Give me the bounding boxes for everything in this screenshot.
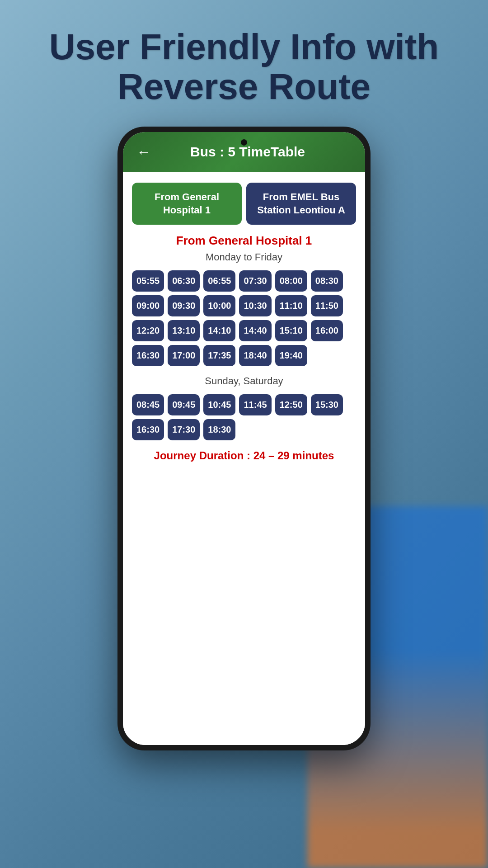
time-badge: 16:00 (311, 320, 343, 341)
time-badge: 12:20 (132, 320, 164, 341)
time-badge: 08:45 (132, 394, 164, 415)
time-badge: 09:00 (132, 295, 164, 316)
camera-dot (241, 139, 247, 146)
time-badge: 16:30 (132, 419, 164, 440)
time-badge: 18:40 (239, 345, 271, 366)
weekday-time-grid: 05:5506:3006:5507:3008:0008:3009:0009:30… (132, 270, 356, 366)
time-badge: 06:55 (203, 270, 235, 292)
weekend-label: Sunday, Saturday (132, 375, 356, 387)
time-badge: 06:30 (168, 270, 200, 292)
time-badge: 09:45 (168, 394, 200, 415)
weekend-schedule: Sunday, Saturday 08:4509:4510:4511:4512:… (132, 375, 356, 440)
phone-screen: ← Bus : 5 TimeTable From General Hospita… (123, 132, 365, 745)
time-badge: 18:30 (203, 419, 235, 440)
phone-mockup: ← Bus : 5 TimeTable From General Hospita… (117, 127, 371, 750)
time-badge: 11:10 (275, 295, 307, 316)
time-badge: 09:30 (168, 295, 200, 316)
time-badge: 16:30 (132, 345, 164, 366)
active-route-title: From General Hospital 1 (132, 234, 356, 248)
time-badge: 14:10 (203, 320, 235, 341)
time-badge: 05:55 (132, 270, 164, 292)
app-header: ← Bus : 5 TimeTable (123, 132, 365, 172)
time-badge: 15:10 (275, 320, 307, 341)
header-title: Bus : 5 TimeTable (161, 144, 354, 160)
time-badge: 15:30 (311, 394, 343, 415)
journey-duration: Journey Duration : 24 – 29 minutes (132, 449, 356, 462)
time-badge: 10:30 (239, 295, 271, 316)
time-badge: 08:00 (275, 270, 307, 292)
time-badge: 17:00 (168, 345, 200, 366)
time-badge: 13:10 (168, 320, 200, 341)
time-badge: 11:50 (311, 295, 343, 316)
tab-from-emel[interactable]: From EMEL Bus Station Leontiou A (246, 183, 356, 225)
time-badge: 10:45 (203, 394, 235, 415)
app-content: From General Hospital 1 From EMEL Bus St… (123, 172, 365, 745)
time-badge: 08:30 (311, 270, 343, 292)
page-title-container: User Friendly Info with Reverse Route (0, 18, 488, 116)
time-badge: 17:30 (168, 419, 200, 440)
route-tabs: From General Hospital 1 From EMEL Bus St… (132, 183, 356, 225)
time-badge: 14:40 (239, 320, 271, 341)
weekend-time-grid: 08:4509:4510:4511:4512:5015:3016:3017:30… (132, 394, 356, 440)
back-button[interactable]: ← (134, 142, 154, 162)
time-badge: 12:50 (275, 394, 307, 415)
weekday-schedule: Monday to Friday 05:5506:3006:5507:3008:… (132, 251, 356, 366)
time-badge: 10:00 (203, 295, 235, 316)
time-badge: 11:45 (239, 394, 271, 415)
page-title: User Friendly Info with Reverse Route (27, 27, 461, 107)
weekday-label: Monday to Friday (132, 251, 356, 263)
tab-from-hospital[interactable]: From General Hospital 1 (132, 183, 242, 225)
time-badge: 19:40 (275, 345, 307, 366)
back-arrow-icon: ← (136, 144, 151, 160)
time-badge: 17:35 (203, 345, 235, 366)
time-badge: 07:30 (239, 270, 271, 292)
